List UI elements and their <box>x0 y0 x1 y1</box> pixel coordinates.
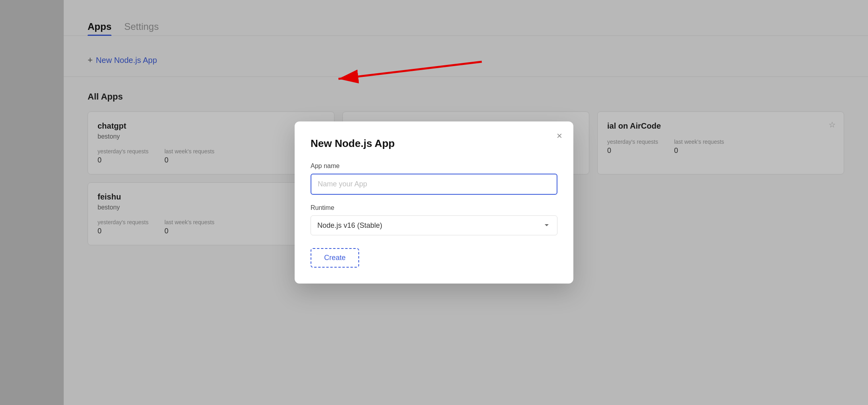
new-app-modal: New Node.js App × App name Runtime Node.… <box>295 121 573 284</box>
create-button[interactable]: Create <box>311 248 359 268</box>
runtime-select[interactable]: Node.js v16 (Stable) <box>311 215 557 235</box>
modal-overlay: New Node.js App × App name Runtime Node.… <box>0 0 868 405</box>
modal-title: New Node.js App <box>311 137 557 150</box>
runtime-group: Runtime Node.js v16 (Stable) <box>311 204 557 235</box>
app-name-input[interactable] <box>311 174 557 195</box>
modal-close-button[interactable]: × <box>553 129 565 142</box>
runtime-label: Runtime <box>311 204 557 211</box>
app-name-group: App name <box>311 162 557 195</box>
app-name-label: App name <box>311 162 557 170</box>
